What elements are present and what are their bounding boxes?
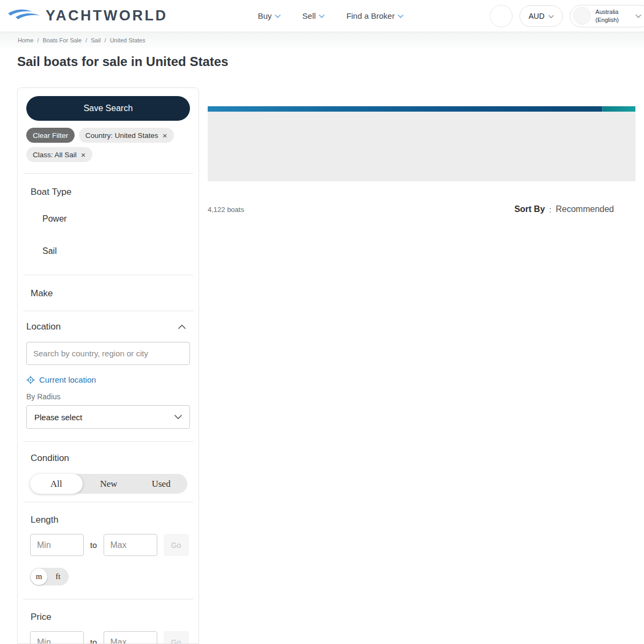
section-divider (23, 599, 193, 599)
condition-option-new[interactable]: New (83, 474, 135, 494)
length-min-input[interactable] (30, 534, 84, 556)
currency-selector[interactable]: AUD (519, 5, 563, 27)
top-nav-bar: YACHTWORLD Buy Sell Find a Broker AUD Au… (0, 0, 644, 32)
current-location-link[interactable]: Current location (26, 375, 96, 384)
breadcrumb-sail[interactable]: Sail (91, 37, 100, 43)
price-section-title: Price (31, 612, 190, 623)
save-search-button[interactable]: Save Search (26, 96, 190, 121)
sort-by-value-dropdown[interactable]: Recommended (556, 204, 614, 214)
condition-option-all[interactable]: All (30, 474, 83, 494)
flag-circle-icon (573, 7, 591, 25)
filter-chip-country-label: Country: United States (85, 131, 158, 140)
locale-label: Australia (English) (596, 8, 619, 24)
section-divider (23, 311, 193, 311)
condition-toggle: All New Used (30, 474, 187, 494)
section-divider (23, 441, 193, 442)
brand-name: YACHTWORLD (46, 8, 168, 24)
unit-option-ft[interactable]: ft (47, 572, 69, 581)
chevron-down-icon (174, 415, 182, 419)
main-nav: Buy Sell Find a Broker (258, 11, 404, 20)
promo-banner-image (208, 106, 635, 181)
nav-buy-label: Buy (258, 11, 272, 20)
filter-chip-country[interactable]: Country: United States × (79, 128, 174, 143)
wave-logo-icon (8, 8, 42, 24)
nav-sell-label: Sell (302, 11, 316, 20)
make-section-title[interactable]: Make (31, 288, 190, 299)
breadcrumb-separator: / (85, 37, 87, 43)
sort-by-control: Sort By : Recommended (514, 204, 614, 214)
currency-label: AUD (529, 12, 545, 20)
condition-option-used[interactable]: Used (135, 474, 187, 494)
location-section-header[interactable]: Location (26, 321, 190, 332)
nav-find-a-broker[interactable]: Find a Broker (346, 11, 404, 20)
banner-ocean-strip-teal (602, 106, 635, 112)
radius-select-dropdown[interactable]: Please select (26, 405, 190, 429)
price-go-button[interactable]: Go (164, 631, 189, 644)
page-title: Sail boats for sale in United States (17, 54, 644, 70)
nav-find-a-broker-label: Find a Broker (346, 11, 394, 20)
results-header-bar: 4,122 boats Sort By : Recommended (208, 204, 635, 214)
location-search-input[interactable] (26, 342, 190, 365)
breadcrumb-home[interactable]: Home (18, 37, 33, 43)
price-range-row: to Go (30, 631, 190, 644)
location-section-title: Location (26, 321, 61, 332)
profile-circle-button[interactable] (490, 5, 513, 27)
results-count: 4,122 boats (208, 206, 244, 214)
price-min-input[interactable] (30, 631, 84, 644)
chevron-down-icon (275, 14, 281, 18)
current-location-label: Current location (39, 375, 96, 384)
boat-type-option-power[interactable]: Power (42, 214, 190, 224)
nav-buy[interactable]: Buy (258, 11, 281, 20)
results-area: 4,122 boats Sort By : Recommended (208, 87, 644, 214)
chevron-down-icon (398, 14, 404, 18)
condition-section-title: Condition (31, 453, 190, 464)
section-divider (23, 502, 193, 502)
breadcrumb-current: United States (110, 37, 145, 43)
clear-filter-chip[interactable]: Clear Filter (26, 128, 75, 143)
length-go-button[interactable]: Go (164, 534, 189, 556)
chevron-down-icon (548, 15, 554, 18)
filter-chip-class-label: Class: All Sail (33, 151, 77, 159)
x-mark-icon[interactable]: × (81, 151, 86, 159)
length-range-row: to Go (30, 534, 190, 556)
price-max-input[interactable] (104, 631, 157, 644)
length-section-title: Length (31, 515, 190, 525)
section-divider (23, 275, 193, 275)
x-mark-icon[interactable]: × (163, 131, 167, 140)
chevron-down-icon (635, 14, 641, 18)
boat-type-option-sail[interactable]: Sail (42, 246, 190, 256)
content-area: Save Search Clear Filter Country: United… (0, 87, 644, 644)
section-divider (23, 173, 193, 174)
breadcrumb-separator: / (37, 37, 39, 43)
breadcrumb-separator: / (105, 37, 106, 43)
banner-ocean-strip (208, 106, 635, 112)
header-right-cluster: AUD Australia (English) (490, 5, 644, 27)
filter-sidebar: Save Search Clear Filter Country: United… (17, 87, 199, 644)
nav-sell[interactable]: Sell (302, 11, 325, 20)
unit-option-m[interactable]: m (31, 568, 47, 585)
yachtworld-logo[interactable]: YACHTWORLD (8, 8, 168, 24)
crosshair-target-icon (26, 376, 35, 384)
chevron-up-icon[interactable] (178, 325, 186, 329)
radius-selected-value: Please select (34, 413, 82, 422)
filter-chip-class[interactable]: Class: All Sail × (26, 147, 92, 162)
length-to-label: to (90, 540, 97, 550)
sort-by-separator: : (549, 205, 551, 214)
length-max-input[interactable] (104, 534, 157, 556)
breadcrumb-boats-for-sale[interactable]: Boats For Sale (42, 37, 82, 43)
active-filter-chips: Clear Filter Country: United States × Cl… (26, 128, 190, 162)
price-to-label: to (90, 638, 97, 644)
chevron-down-icon (319, 14, 325, 18)
breadcrumb: Home / Boats For Sale / Sail / United St… (0, 32, 644, 48)
length-unit-toggle: m ft (30, 568, 69, 586)
locale-selector[interactable]: Australia (English) (570, 5, 644, 27)
by-radius-label: By Radius (26, 392, 190, 401)
boat-type-section-title: Boat Type (31, 187, 190, 197)
sort-by-label: Sort By (514, 204, 545, 214)
